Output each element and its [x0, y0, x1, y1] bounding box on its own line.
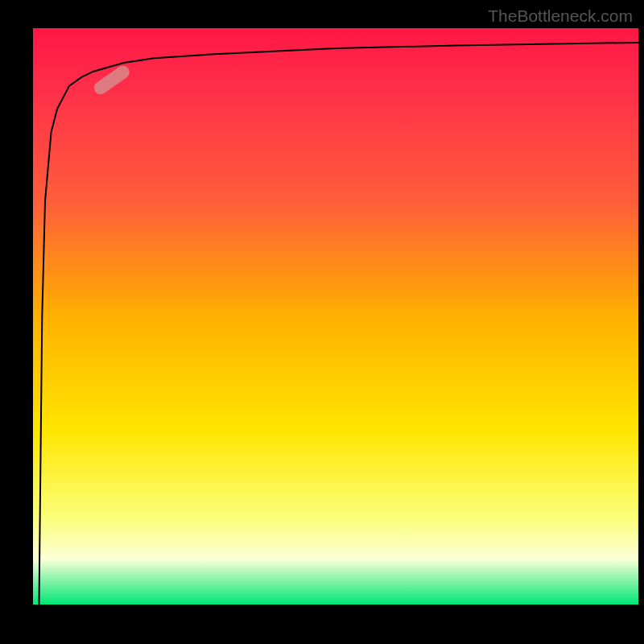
curve-layer: [33, 28, 638, 605]
bottleneck-curve: [39, 43, 639, 605]
svg-rect-1: [92, 64, 132, 97]
marker-capsule: [92, 64, 132, 97]
watermark-text: TheBottleneck.com: [488, 6, 633, 26]
chart-area: [33, 28, 638, 605]
